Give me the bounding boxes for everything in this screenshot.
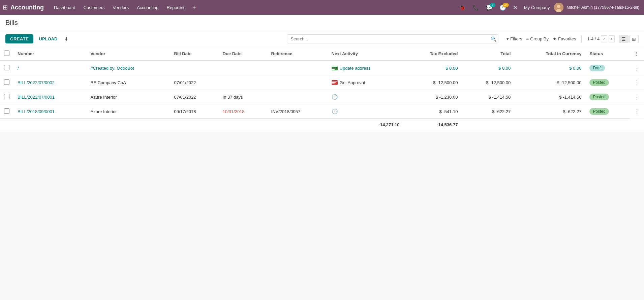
activity-label[interactable]: Get Approval <box>340 80 365 85</box>
status-badge-3: Posted <box>589 108 609 115</box>
next-page-button[interactable]: › <box>609 35 615 42</box>
app-title: Accounting <box>10 4 44 11</box>
select-all-header[interactable] <box>0 47 13 61</box>
company-selector[interactable]: My Company <box>521 5 553 10</box>
col-bill-date[interactable]: Bill Date <box>170 47 218 61</box>
apps-grid-icon[interactable]: ⊞ <box>3 4 8 11</box>
filters-button[interactable]: ▾ Filters <box>507 36 522 41</box>
col-due-date[interactable]: Due Date <box>219 47 267 61</box>
nav-dashboard[interactable]: Dashboard <box>51 4 79 11</box>
search-button[interactable]: 🔍 <box>491 36 496 42</box>
cell-more-0[interactable]: ⋮ <box>630 61 644 75</box>
col-total-currency[interactable]: Total in Currency <box>515 47 585 61</box>
table-row[interactable]: /#Created by: OdooBot Update address $ 0… <box>0 61 644 75</box>
cell-more-1[interactable]: ⋮ <box>630 75 644 90</box>
activity-red-icon <box>332 80 338 85</box>
cell-bill-date-2: 07/01/2022 <box>170 90 218 104</box>
cell-number-2[interactable]: BILL/2022/07/0001 <box>13 90 87 104</box>
clock-activity-icon[interactable]: 🕐 40 <box>497 3 509 12</box>
create-button[interactable]: CREATE <box>5 34 33 43</box>
kanban-view-button[interactable]: ⊞ <box>629 35 639 43</box>
cell-more-3[interactable]: ⋮ <box>630 104 644 119</box>
table-body: /#Created by: OdooBot Update address $ 0… <box>0 61 644 131</box>
status-badge-2: Posted <box>589 94 609 100</box>
row-checkbox-3[interactable] <box>4 108 9 114</box>
cell-total-3: $ -622.27 <box>462 104 515 119</box>
cell-status-1: Posted <box>585 75 630 90</box>
table-row[interactable]: BILL/2018/09/0001Azure Interior09/17/201… <box>0 104 644 119</box>
close-icon[interactable]: ✕ <box>510 3 520 12</box>
row-checkbox-0[interactable] <box>4 65 9 70</box>
page-title: Bills <box>5 19 18 27</box>
cell-vendor-3[interactable]: Azure Interior <box>87 104 170 119</box>
debug-icon[interactable]: 🐞 <box>456 3 468 12</box>
row-checkbox-1[interactable] <box>4 79 9 85</box>
cell-bill-date-1: 07/01/2022 <box>170 75 218 90</box>
select-all-checkbox[interactable] <box>4 51 9 56</box>
clock-icon: 🕐 <box>332 94 338 100</box>
cell-due-date-0 <box>219 61 267 75</box>
cell-next-activity-3[interactable]: 🕐 <box>328 104 404 119</box>
col-reference[interactable]: Reference <box>267 47 328 61</box>
total-status-empty <box>515 119 585 131</box>
search-area: 🔍 <box>287 34 498 43</box>
cell-total-currency-3: $ -622.27 <box>515 104 585 119</box>
col-vendor[interactable]: Vendor <box>87 47 170 61</box>
cell-more-2[interactable]: ⋮ <box>630 90 644 104</box>
table-row[interactable]: BILL/2022/07/0002BE Company CoA07/01/202… <box>0 75 644 90</box>
col-tax-excluded[interactable]: Tax Excluded <box>404 47 462 61</box>
list-view-button[interactable]: ☰ <box>619 35 628 43</box>
add-menu-icon[interactable]: + <box>190 4 198 11</box>
avatar[interactable] <box>554 3 563 12</box>
cell-reference-0 <box>267 61 328 75</box>
col-next-activity[interactable]: Next Activity <box>328 47 404 61</box>
col-status[interactable]: Status <box>585 47 630 61</box>
cell-number-1[interactable]: BILL/2022/07/0002 <box>13 75 87 90</box>
clock-icon: 🕐 <box>332 108 338 114</box>
search-input[interactable] <box>287 34 498 43</box>
total-currency-empty <box>462 119 515 131</box>
activity-label[interactable]: Update address <box>340 66 371 71</box>
nav-reporting[interactable]: Reporting <box>163 4 189 11</box>
chat-badge: 2 <box>490 3 495 7</box>
pagination-text: 1-4 / 4 <box>587 36 600 41</box>
nav-accounting[interactable]: Accounting <box>133 4 162 11</box>
cell-vendor-0[interactable]: #Created by: OdooBot <box>87 61 170 75</box>
cell-bill-date-3: 09/17/2018 <box>170 104 218 119</box>
cell-total-2: $ -1,414.50 <box>462 90 515 104</box>
total-more-empty <box>585 119 630 131</box>
status-badge-1: Posted <box>589 79 609 86</box>
group-by-button[interactable]: ≡ Group By <box>526 36 549 41</box>
cell-number-0[interactable]: / <box>13 61 87 75</box>
download-button[interactable]: ⬇ <box>63 34 70 44</box>
toolbar-separator <box>581 36 582 42</box>
cell-vendor-1[interactable]: BE Company CoA <box>87 75 170 90</box>
cell-vendor-2[interactable]: Azure Interior <box>87 90 170 104</box>
cell-reference-2 <box>267 90 328 104</box>
cell-next-activity-0[interactable]: Update address <box>328 61 404 75</box>
phone-icon[interactable]: 📞 <box>470 3 482 12</box>
chat-icon[interactable]: 💬 2 <box>483 3 495 12</box>
nav-customers[interactable]: Customers <box>80 4 108 11</box>
total-total: -14,536.77 <box>404 119 462 131</box>
user-name[interactable]: Mitchell Admin (17758674-saas-15-2-all) <box>565 5 641 10</box>
upload-button[interactable]: UPLOAD <box>36 34 60 43</box>
nav-vendors[interactable]: Vendors <box>109 4 132 11</box>
table-header: Number Vendor Bill Date Due Date Referen… <box>0 47 644 61</box>
cell-next-activity-2[interactable]: 🕐 <box>328 90 404 104</box>
cell-next-activity-1[interactable]: Get Approval <box>328 75 404 90</box>
favorites-button[interactable]: ★ Favorites <box>553 36 576 41</box>
table-row[interactable]: BILL/2022/07/0001Azure Interior07/01/202… <box>0 90 644 104</box>
prev-page-button[interactable]: ‹ <box>601 35 607 42</box>
cell-number-3[interactable]: BILL/2018/09/0001 <box>13 104 87 119</box>
view-toggle: ☰ ⊞ <box>619 35 639 43</box>
star-icon: ★ <box>553 36 557 41</box>
col-number[interactable]: Number <box>13 47 87 61</box>
col-total[interactable]: Total <box>462 47 515 61</box>
cell-tax-excluded-0: $ 0.00 <box>404 61 462 75</box>
cell-tax-excluded-2: $ -1,230.00 <box>404 90 462 104</box>
row-checkbox-2[interactable] <box>4 94 9 99</box>
bills-table: Number Vendor Bill Date Due Date Referen… <box>0 47 644 131</box>
cell-due-date-2: In 37 days <box>219 90 267 104</box>
cell-reference-1 <box>267 75 328 90</box>
